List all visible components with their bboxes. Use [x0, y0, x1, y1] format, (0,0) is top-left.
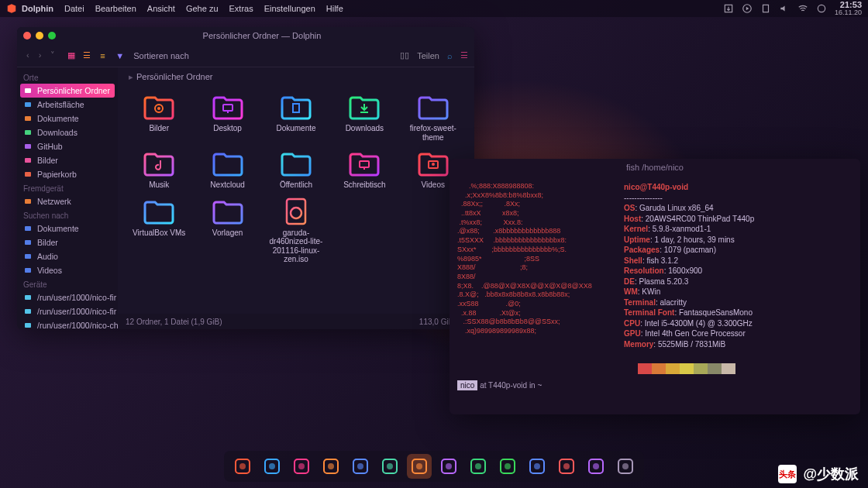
power-icon[interactable] — [816, 3, 827, 14]
sidebar-item-download[interactable]: Downloads — [17, 125, 118, 139]
dock-chart[interactable] — [525, 454, 549, 479]
folder-vorlagen[interactable]: Vorlagen — [194, 194, 260, 266]
dock-spotify[interactable] — [495, 454, 520, 479]
update-icon[interactable] — [723, 3, 734, 14]
folder-icon — [277, 196, 315, 227]
sidebar-item-label: /run/user/1000/nico-fir — [37, 293, 116, 302]
sidebar-item-github[interactable]: GitHub — [17, 139, 118, 153]
dock-nav[interactable] — [466, 454, 491, 479]
icon-view[interactable]: ▦ — [64, 49, 78, 63]
sidebar-item-drive[interactable]: /run/user/1000/nico-ch — [17, 318, 118, 329]
svg-rect-14 — [25, 254, 31, 259]
sidebar-item-drive[interactable]: /run/user/1000/nico-fir — [17, 304, 118, 318]
sidebar-item-drive[interactable]: /run/user/1000/nico-fir — [17, 290, 118, 304]
folder-garuda-dr460nized-lite-201116-linux-zen-iso[interactable]: garuda-dr460nized-lite-201116-linux-zen.… — [263, 194, 329, 266]
images-icon — [23, 238, 33, 247]
sort-button[interactable]: Sortieren nach — [133, 51, 189, 60]
dock-github[interactable] — [436, 454, 461, 479]
window-controls[interactable] — [23, 32, 56, 40]
svg-point-49 — [475, 463, 481, 469]
search-icon[interactable]: ⌕ — [447, 51, 453, 60]
menu-gehe zu[interactable]: Gehe zu — [186, 4, 219, 13]
dock-telegram[interactable] — [260, 454, 284, 479]
folder-schreibtisch[interactable]: Schreibtisch — [331, 146, 398, 191]
menu-icon[interactable]: ☰ — [460, 50, 468, 60]
svg-rect-12 — [25, 226, 31, 231]
folder-musik[interactable]: Musik — [126, 146, 192, 191]
folder-desktop[interactable]: Desktop — [194, 90, 260, 143]
folder-label: VirtualBox VMs — [133, 229, 185, 238]
sidebar-item-trash[interactable]: Papierkorb — [17, 167, 118, 181]
svg-point-3 — [818, 5, 825, 12]
dock-files[interactable] — [407, 454, 432, 479]
sidebar-item-images[interactable]: Bilder — [17, 153, 118, 167]
clock[interactable]: 21:53 16.11.20 — [835, 1, 862, 16]
breadcrumb[interactable]: ▸Persönlicher Ordner — [118, 67, 474, 87]
filter-icon[interactable]: ▼ — [115, 51, 124, 60]
sidebar-item-label: /run/user/1000/nico-fir — [37, 307, 116, 316]
back-button[interactable]: ‹ — [23, 49, 33, 62]
forward-button[interactable]: › — [36, 49, 45, 62]
sidebar-item-audio[interactable]: Audio — [17, 249, 118, 263]
dock-eagle[interactable] — [230, 454, 255, 479]
titlebar[interactable]: Persönlicher Ordner — Dolphin — [17, 27, 474, 44]
detail-view[interactable]: ≡ — [95, 49, 109, 63]
folder-firefox-sweet-theme[interactable]: firefox-sweet-theme — [400, 90, 467, 143]
sidebar-item-docs[interactable]: Dokumente — [17, 222, 118, 235]
folder-downloads[interactable]: Downloads — [331, 90, 398, 143]
svg-rect-6 — [25, 116, 31, 121]
menu-hilfe[interactable]: Hilfe — [326, 4, 343, 13]
sidebar-item-label: /run/user/1000/nico-ch — [37, 321, 118, 329]
sidebar-item-images[interactable]: Bilder — [17, 235, 118, 249]
dock-chrome[interactable] — [377, 454, 402, 479]
clipboard-icon[interactable] — [760, 3, 771, 14]
folder-nextcloud[interactable]: Nextcloud — [194, 146, 260, 191]
dock-terminal[interactable] — [289, 454, 314, 479]
terminal-title[interactable]: fish /home/nico — [450, 159, 860, 176]
folder-icon — [209, 196, 246, 227]
folder-dokumente[interactable]: Dokumente — [263, 90, 329, 143]
up-button[interactable]: ˅ — [47, 49, 58, 62]
wifi-icon[interactable] — [797, 3, 808, 14]
dock-store[interactable] — [584, 454, 608, 479]
split-icon[interactable]: ▯▯ — [400, 50, 409, 60]
menu-einstellungen[interactable]: Einstellungen — [264, 4, 315, 13]
shell-prompt[interactable]: nico at T440p-void in ~ — [457, 380, 852, 391]
sidebar-item-docs[interactable]: Dokumente — [17, 112, 118, 125]
sidebar-item-desktop[interactable]: Arbeitsfläche — [17, 98, 118, 112]
dock-settings[interactable] — [613, 454, 638, 479]
dock-firefox[interactable] — [319, 454, 343, 479]
menu-bearbeiten[interactable]: Bearbeiten — [95, 4, 136, 13]
svg-point-51 — [505, 463, 511, 469]
dock-monitor[interactable] — [554, 454, 579, 479]
svg-point-33 — [239, 463, 246, 469]
sidebar-header: Orte — [17, 70, 118, 84]
nav-icon — [469, 457, 487, 476]
menu-datei[interactable]: Datei — [64, 4, 84, 13]
nav-buttons: ‹ › ˅ — [23, 49, 58, 62]
svg-point-29 — [432, 163, 435, 166]
terminal-icon — [292, 457, 311, 476]
menu-extras[interactable]: Extras — [229, 4, 253, 13]
menu-ansicht[interactable]: Ansicht — [147, 4, 175, 13]
share-button[interactable]: Teilen — [417, 51, 439, 60]
sidebar-item-home[interactable]: Persönlicher Ordner — [20, 84, 115, 98]
sidebar: OrtePersönlicher OrdnerArbeitsflächeDoku… — [17, 67, 118, 329]
media-icon[interactable] — [742, 3, 753, 14]
svg-rect-4 — [25, 88, 31, 93]
compact-view[interactable]: ☰ — [80, 49, 94, 63]
files-icon — [410, 457, 429, 476]
folder-virtualbox-vms[interactable]: VirtualBox VMs — [126, 194, 192, 266]
dock-firefox-dev[interactable] — [348, 454, 373, 479]
folder-bilder[interactable]: Bilder — [126, 90, 192, 143]
sidebar-header: Geräte — [17, 277, 118, 290]
svg-point-39 — [328, 463, 334, 469]
folder--ffentlich[interactable]: Öffentlich — [263, 146, 329, 191]
svg-point-57 — [593, 463, 599, 469]
volume-icon[interactable] — [779, 3, 790, 14]
sidebar-item-network[interactable]: Netzwerk — [17, 194, 118, 208]
terminal-body[interactable]: .%;888:X888988808: .x;XxX8%8b8:b8%8bxx8;… — [450, 176, 860, 414]
svg-point-41 — [357, 463, 363, 469]
sidebar-item-video[interactable]: Videos — [17, 263, 118, 277]
sidebar-item-label: Arbeitsfläche — [37, 100, 84, 109]
